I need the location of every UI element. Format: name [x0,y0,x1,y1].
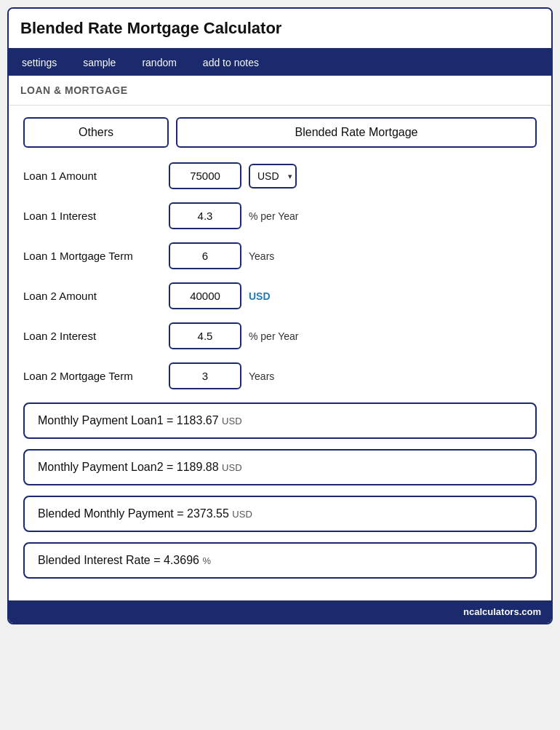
brand-name: ncalculators.com [463,606,541,617]
loan2-interest-input[interactable] [169,322,241,349]
currency-wrapper: USD EUR GBP [249,164,297,189]
result-loan1-label: Monthly Payment Loan1 [38,414,164,427]
result-loan2-box: Monthly Payment Loan2 = 1189.88 USD [23,449,537,485]
result-loan2-unit: USD [222,462,241,473]
loan1-amount-label: Loan 1 Amount [23,169,161,183]
result-interest-box: Blended Interest Rate = 4.3696 % [23,542,537,579]
page-title: Blended Rate Mortgage Calculator [20,19,540,38]
loan1-term-label: Loan 1 Mortgage Term [23,249,161,263]
nav-add-to-notes[interactable]: add to notes [190,49,272,76]
result-interest-label: Blended Interest Rate [38,554,151,566]
result-blended-unit: USD [232,509,252,520]
content-area: Others Blended Rate Mortgage Loan 1 Amou… [9,106,551,600]
loan2-amount-label: Loan 2 Amount [23,289,161,303]
loan1-amount-input[interactable] [169,162,241,189]
type-others-button[interactable]: Others [23,117,169,148]
loan1-term-input[interactable] [169,242,241,269]
currency-select[interactable]: USD EUR GBP [249,164,297,189]
loan2-interest-row: Loan 2 Interest % per Year [23,322,537,349]
loan2-term-label: Loan 2 Mortgage Term [23,369,161,384]
loan2-term-input[interactable] [169,362,241,389]
loan1-term-unit: Years [249,250,274,262]
loan1-interest-input[interactable] [169,202,241,229]
loan2-term-row: Loan 2 Mortgage Term Years [23,362,537,389]
result-loan2-label: Monthly Payment Loan2 [38,461,164,473]
nav-sample[interactable]: sample [70,49,129,76]
loan1-interest-row: Loan 1 Interest % per Year [23,202,537,229]
result-loan2-equals: = [167,461,177,473]
result-interest-unit: % [202,555,211,566]
loan1-term-row: Loan 1 Mortgage Term Years [23,242,537,269]
loan1-interest-unit: % per Year [249,210,299,222]
type-blended-rate-button[interactable]: Blended Rate Mortgage [176,117,537,148]
brand-footer: ncalculators.com [9,600,551,623]
title-bar: Blended Rate Mortgage Calculator [9,9,551,49]
loan1-amount-row: Loan 1 Amount USD EUR GBP [23,162,537,189]
loan2-term-unit: Years [249,370,274,382]
loan2-amount-unit: USD [249,290,271,302]
nav-random[interactable]: random [129,49,189,76]
result-loan1-box: Monthly Payment Loan1 = 1183.67 USD [23,402,537,439]
result-blended-value: 2373.55 [187,507,229,520]
result-interest-equals: = [153,554,164,566]
calculator-container: Blended Rate Mortgage Calculator setting… [7,7,553,624]
section-label: LOAN & MORTGAGE [9,76,551,106]
result-blended-box: Blended Monthly Payment = 2373.55 USD [23,496,537,532]
result-loan1-unit: USD [222,416,241,427]
nav-settings[interactable]: settings [9,49,70,76]
loan2-amount-input[interactable] [169,282,241,309]
result-loan1-equals: = [167,414,177,427]
loan2-interest-unit: % per Year [249,330,299,342]
result-blended-equals: = [177,507,187,520]
result-blended-label: Blended Monthly Payment [38,507,174,520]
loan2-amount-row: Loan 2 Amount USD [23,282,537,309]
result-loan1-value: 1183.67 [177,414,219,427]
result-loan2-value: 1189.88 [177,461,219,473]
result-interest-value: 4.3696 [164,554,199,566]
type-selectors: Others Blended Rate Mortgage [23,117,537,148]
loan1-interest-label: Loan 1 Interest [23,209,161,223]
nav-bar: settings sample random add to notes [9,49,551,76]
loan2-interest-label: Loan 2 Interest [23,329,161,344]
